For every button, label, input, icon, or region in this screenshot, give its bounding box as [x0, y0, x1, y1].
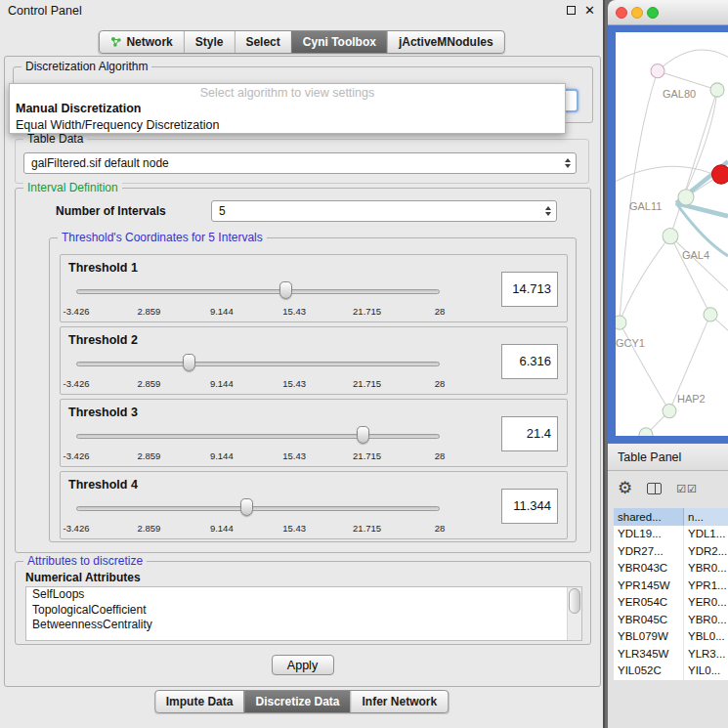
threshold-3-value-field[interactable]: 21.4: [501, 416, 558, 451]
tab-impute-data[interactable]: Impute Data: [155, 691, 244, 712]
threshold-1-value-field[interactable]: 14.713: [501, 272, 558, 307]
select-columns-icon[interactable]: ☑☑: [676, 483, 698, 495]
numerical-attributes-list[interactable]: SelfLoops TopologicalCoefficient Between…: [25, 586, 582, 641]
list-item[interactable]: TopologicalCoefficient: [26, 603, 581, 619]
table-row[interactable]: YDR27...YDR2...: [614, 543, 728, 561]
close-traffic-light[interactable]: [616, 7, 627, 19]
close-icon[interactable]: ✕: [584, 5, 595, 16]
network-view-frame: GAL80 GAL11 GAL4 GCY1 HAP2: [608, 25, 728, 444]
network-node[interactable]: [663, 228, 678, 243]
table-row[interactable]: YBL079WYBL0...: [614, 628, 728, 646]
table-row[interactable]: YBR045CYBR0...: [614, 612, 728, 629]
slider-track[interactable]: [76, 289, 440, 294]
threshold-3-slider[interactable]: -3.4262.8599.14415.4321.71528: [76, 425, 440, 464]
list-item[interactable]: BetweennessCentrality: [26, 618, 581, 633]
tab-label: Cyni Toolbox: [303, 35, 376, 49]
number-of-intervals-combobox[interactable]: 5: [211, 200, 557, 222]
table-row[interactable]: YER054CYER0...: [614, 594, 728, 612]
slider-track[interactable]: [76, 506, 440, 511]
column-header-name[interactable]: n...: [684, 508, 728, 526]
node-label: GAL11: [629, 200, 662, 212]
threshold-4-value-field[interactable]: 11.344: [501, 489, 558, 524]
list-scrollbar[interactable]: [567, 587, 581, 640]
slider-track[interactable]: [76, 362, 440, 366]
tab-label: jActiveMNodules: [399, 35, 493, 49]
control-panel-titlebar: Control Panel ✕: [0, 0, 603, 21]
table-row[interactable]: YDL19...YDL1...: [614, 526, 728, 543]
table-panel-title: Table Panel: [618, 450, 681, 464]
slider-thumb[interactable]: [183, 354, 195, 371]
threshold-1-slider[interactable]: -3.4262.8599.14415.4321.71528: [76, 280, 440, 320]
threshold-2-slider[interactable]: -3.4262.8599.14415.4321.71528: [76, 353, 440, 392]
table-row[interactable]: YPR145WYPR1...: [614, 578, 728, 595]
list-item[interactable]: SelfLoops: [26, 587, 581, 603]
tab-label: Select: [245, 35, 279, 49]
threshold-1-box: Threshold 1 -3.4262.8599.14415.4321.7152…: [60, 254, 568, 322]
threshold-3-label: Threshold 3: [68, 406, 138, 419]
network-node[interactable]: [639, 428, 653, 436]
cyni-toolbox-panel: Discretization Algorithm Select algorith…: [4, 56, 601, 687]
slider-scale: -3.4262.8599.14415.4321.71528: [76, 378, 440, 390]
group-title: Threshold's Coordinates for 5 Intervals: [58, 231, 267, 244]
tab-network[interactable]: Network: [99, 31, 183, 53]
network-node[interactable]: [616, 316, 626, 329]
tab-label: Network: [126, 35, 172, 49]
table-row[interactable]: YIL052CYIL0...: [614, 663, 728, 680]
tab-label: Style: [195, 35, 224, 49]
table-row[interactable]: YLR345WYLR3...: [614, 646, 728, 664]
zoom-traffic-light[interactable]: [647, 7, 659, 19]
table-panel-header: Table Panel: [608, 444, 728, 471]
dropdown-item-manual-discretization[interactable]: Manual Discretization: [10, 100, 565, 116]
tab-select[interactable]: Select: [234, 31, 290, 53]
slider-scale: -3.4262.8599.14415.4321.71528: [76, 306, 440, 318]
table-panel-toolbar: ⚙ ☑☑: [618, 477, 698, 500]
tab-jactivemnodules[interactable]: jActiveMNodules: [387, 31, 504, 53]
threshold-4-box: Threshold 4 -3.4262.8599.14415.4321.7152…: [60, 471, 568, 539]
network-node[interactable]: [704, 308, 717, 321]
slider-thumb[interactable]: [357, 426, 369, 444]
network-node[interactable]: [651, 64, 664, 78]
column-header-shared-name[interactable]: shared...: [614, 508, 684, 526]
node-table: shared... n... YDL19...YDL1... YDR27...Y…: [614, 508, 728, 680]
network-nodes: [616, 64, 728, 436]
threshold-2-box: Threshold 2 -3.4262.8599.14415.4321.7152…: [60, 326, 568, 395]
threshold-4-label: Threshold 4: [68, 478, 138, 492]
tab-cyni-toolbox[interactable]: Cyni Toolbox: [291, 31, 387, 53]
table-data-combobox[interactable]: galFiltered.sif default node: [23, 152, 577, 174]
network-node[interactable]: [710, 83, 724, 97]
columns-icon[interactable]: [647, 483, 662, 494]
slider-thumb[interactable]: [279, 281, 292, 299]
network-node[interactable]: [678, 190, 694, 205]
group-title: Interval Definition: [23, 181, 122, 194]
network-node-selected[interactable]: [712, 165, 728, 184]
threshold-4-slider[interactable]: -3.4262.8599.14415.4321.71528: [76, 497, 440, 536]
slider-track[interactable]: [76, 434, 440, 439]
network-node[interactable]: [663, 404, 676, 417]
gear-icon[interactable]: ⚙: [618, 479, 632, 498]
tab-label: Discretize Data: [255, 695, 339, 708]
bottom-tab-strip: Impute Data Discretize Data Infer Networ…: [154, 690, 449, 713]
tab-style[interactable]: Style: [184, 31, 235, 53]
threshold-2-value-field[interactable]: 6.316: [501, 344, 558, 379]
tab-infer-network[interactable]: Infer Network: [351, 691, 449, 712]
combobox-value: 5: [219, 201, 226, 221]
slider-scale: -3.4262.8599.14415.4321.71528: [76, 450, 440, 462]
number-of-intervals-label: Number of Intervals: [56, 204, 166, 218]
tab-discretize-data[interactable]: Discretize Data: [243, 691, 350, 712]
apply-button[interactable]: Apply: [272, 655, 334, 675]
thresholds-group: Threshold's Coordinates for 5 Intervals …: [49, 237, 577, 542]
network-canvas[interactable]: GAL80 GAL11 GAL4 GCY1 HAP2: [616, 32, 728, 436]
combobox-arrows-icon: [545, 206, 551, 216]
float-window-icon[interactable]: [567, 6, 576, 15]
scrollbar-thumb[interactable]: [569, 588, 580, 614]
dropdown-item-equal-width-frequency[interactable]: Equal Width/Frequency Discretization: [10, 116, 565, 133]
table-row[interactable]: YBR043CYBR0...: [614, 560, 728, 578]
table-header-row: shared... n...: [614, 508, 728, 526]
attributes-to-discretize-group: Attributes to discretize Numerical Attri…: [15, 561, 591, 645]
minimize-traffic-light[interactable]: [631, 7, 643, 19]
slider-thumb[interactable]: [240, 498, 253, 516]
node-label: GCY1: [616, 337, 645, 349]
combobox-arrows-icon: [565, 158, 571, 168]
algorithm-dropdown-popup: Select algorithm to view settings Manual…: [9, 83, 566, 134]
threshold-2-label: Threshold 2: [68, 333, 138, 347]
